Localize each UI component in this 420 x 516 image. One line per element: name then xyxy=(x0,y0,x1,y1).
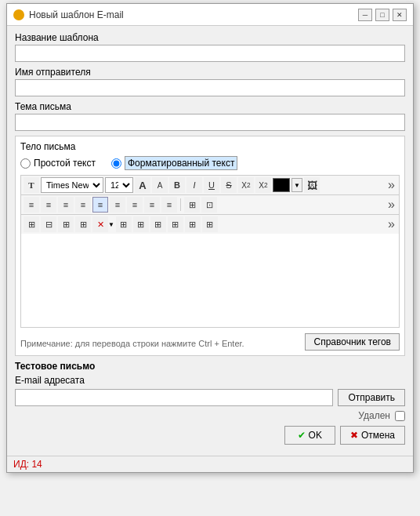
sender-name-group: Имя отправителя xyxy=(15,67,405,96)
font-size-down-button[interactable]: A xyxy=(152,177,168,193)
window-controls: ─ □ ✕ xyxy=(358,9,407,21)
bold-button[interactable]: B xyxy=(169,177,185,193)
maximize-button[interactable]: □ xyxy=(375,9,389,21)
template-name-label: Название шаблона xyxy=(15,32,405,43)
superscript-button[interactable]: X2 xyxy=(255,177,271,193)
table-btn-6[interactable]: ⊞ xyxy=(133,216,149,232)
table-btn-9[interactable]: ⊞ xyxy=(185,216,201,232)
align-center-button[interactable]: ≡ xyxy=(110,197,125,213)
send-button[interactable]: Отправить xyxy=(338,389,405,406)
tags-button[interactable]: Справочник тегов xyxy=(305,333,400,351)
table-btn-7[interactable]: ⊞ xyxy=(150,216,166,232)
table-btn-8[interactable]: ⊞ xyxy=(168,216,183,232)
main-window: Новый шаблон E-mail ─ □ ✕ Название шабло… xyxy=(6,3,414,473)
radio-plain-text: Простой текст xyxy=(34,158,96,169)
indent-button[interactable]: ≡ xyxy=(75,197,91,213)
subject-label: Тема письма xyxy=(15,101,405,112)
italic-button[interactable]: I xyxy=(186,177,202,193)
table-btn-1[interactable]: ⊞ xyxy=(24,216,39,232)
table-btn-5[interactable]: ⊞ xyxy=(116,216,132,232)
email-row: Отправить xyxy=(15,389,405,406)
deleted-label: Удален xyxy=(358,410,390,421)
size-select[interactable]: 12 10 14 16 xyxy=(105,177,133,193)
toolbar2-more-button[interactable]: » xyxy=(386,198,396,212)
font-size-up-button[interactable]: A xyxy=(135,177,150,193)
ok-button[interactable]: ✔ OK xyxy=(284,426,335,445)
table-btn-4[interactable]: ⊞ xyxy=(75,216,91,232)
cancel-button[interactable]: ✖ Отмена xyxy=(340,426,405,445)
ok-check-icon: ✔ xyxy=(298,430,306,441)
deleted-row: Удален xyxy=(15,410,405,421)
insert-table-button[interactable]: ⊞ xyxy=(184,197,200,213)
window-icon xyxy=(13,9,24,20)
email-input[interactable] xyxy=(15,389,333,406)
align-justify-button[interactable]: ≡ xyxy=(144,197,160,213)
note-text: Примечание: для перевода строки нажмите … xyxy=(20,339,244,348)
subject-input[interactable] xyxy=(15,114,405,131)
cancel-label: Отмена xyxy=(361,430,395,441)
radio-plain-label[interactable]: Простой текст xyxy=(20,156,96,170)
minimize-button[interactable]: ─ xyxy=(358,9,372,21)
align-left-button[interactable]: ≡ xyxy=(92,197,108,213)
radio-plain[interactable] xyxy=(20,158,31,169)
outdent-button[interactable]: ≡ xyxy=(58,197,74,213)
cancel-x-icon: ✖ xyxy=(350,430,358,441)
editor-area[interactable] xyxy=(20,234,400,328)
sender-name-label: Имя отправителя xyxy=(15,67,405,78)
table-delete-button[interactable]: ✕ xyxy=(92,216,108,232)
line-height-button[interactable]: ≡ xyxy=(161,197,177,213)
list-unordered-button[interactable]: ≡ xyxy=(24,197,39,213)
radio-group: Простой текст Форматированный текст xyxy=(20,156,400,170)
title-bar: Новый шаблон E-mail ─ □ ✕ xyxy=(7,4,413,26)
template-name-group: Название шаблона xyxy=(15,32,405,62)
status-bar: ИД: 14 xyxy=(7,456,413,472)
color-picker-box[interactable] xyxy=(273,178,290,192)
toolbar1-more-button[interactable]: » xyxy=(386,178,396,192)
align-right-button[interactable]: ≡ xyxy=(127,197,143,213)
note-row: Примечание: для перевода строки нажмите … xyxy=(20,333,400,351)
subscript-button[interactable]: X2 xyxy=(238,177,254,193)
table-btn-10[interactable]: ⊞ xyxy=(202,216,218,232)
toolbar3-more-button[interactable]: » xyxy=(386,217,396,231)
font-select[interactable]: Times New Ro Arial Verdana xyxy=(41,177,103,193)
close-button[interactable]: ✕ xyxy=(393,9,407,21)
toolbar-row-3: ⊞ ⊟ ⊞ ⊞ ✕ ▼ ⊞ ⊞ ⊞ ⊞ ⊞ ⊞ » xyxy=(20,214,400,234)
subject-group: Тема письма xyxy=(15,101,405,131)
toolbar-row-1: T Times New Ro Arial Verdana 12 10 14 16… xyxy=(20,175,400,194)
table-delete-group: ✕ ▼ xyxy=(92,216,114,232)
window-title: Новый шаблон E-mail xyxy=(29,9,358,20)
table-delete-dropdown[interactable]: ▼ xyxy=(108,221,114,228)
toolbar-row-2: ≡ ≡ ≡ ≡ ≡ ≡ ≡ ≡ ≡ ⊞ ⊡ » xyxy=(20,194,400,214)
status-text: ИД: 14 xyxy=(13,459,42,470)
body-section-title: Тело письма xyxy=(20,141,400,152)
email-label: E-mail адресата xyxy=(15,375,405,386)
table-btn-2[interactable]: ⊟ xyxy=(41,216,56,232)
color-dropdown-button[interactable]: ▼ xyxy=(291,178,302,192)
sender-name-input[interactable] xyxy=(15,79,405,96)
content-area: Название шаблона Имя отправителя Тема пи… xyxy=(7,26,413,456)
test-section: Тестовое письмо E-mail адресата Отправит… xyxy=(15,361,405,406)
action-row: ✔ OK ✖ Отмена xyxy=(15,426,405,449)
ok-label: OK xyxy=(309,430,322,441)
strikethrough-button[interactable]: S xyxy=(221,177,237,193)
underline-button[interactable]: U xyxy=(204,177,219,193)
deleted-checkbox[interactable] xyxy=(395,411,405,421)
radio-formatted-text: Форматированный текст xyxy=(125,156,237,170)
image-button[interactable]: 🖼 xyxy=(304,177,320,193)
radio-formatted[interactable] xyxy=(111,158,121,169)
insert-link-button[interactable]: ⊡ xyxy=(201,197,217,213)
table-btn-3[interactable]: ⊞ xyxy=(58,216,74,232)
test-section-title: Тестовое письмо xyxy=(15,361,405,372)
font-icon: T xyxy=(24,177,39,193)
template-name-input[interactable] xyxy=(15,45,405,62)
radio-formatted-label[interactable]: Форматированный текст xyxy=(111,156,237,170)
toolbar2-separator xyxy=(180,198,181,211)
body-section: Тело письма Простой текст Форматированны… xyxy=(15,136,405,356)
list-ordered-button[interactable]: ≡ xyxy=(41,197,56,213)
